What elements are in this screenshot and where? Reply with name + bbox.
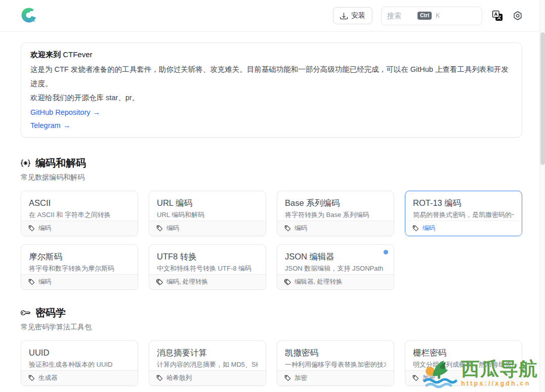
scrollbar-thumb[interactable] xyxy=(540,32,545,165)
welcome-card: 欢迎来到 CTFever 这是为 CTF 发烧者准备的的工具套件，助你过关斩将、… xyxy=(21,42,522,138)
tag-icon xyxy=(284,225,291,232)
github-repository-link[interactable]: GitHub Repository→ xyxy=(30,106,513,119)
tool-title: UUID xyxy=(29,347,130,358)
section-subtitle: 常见密码学算法工具包 xyxy=(21,323,522,332)
tool-title: ROT-13 编码 xyxy=(413,197,514,208)
tool-desc: 计算内容的消息摘要，如 MD5、SHA... xyxy=(157,360,258,369)
watermark-site-url: https://xgdh.cn xyxy=(461,380,538,387)
settings-gear-icon[interactable] xyxy=(513,11,523,21)
welcome-title: 欢迎来到 CTFever xyxy=(30,50,513,60)
scrollbar-track xyxy=(539,0,545,392)
tag-icon xyxy=(28,225,35,232)
tool-card-uuid[interactable]: UUID 验证和生成各种版本的 UUID 生成器 xyxy=(21,340,138,386)
welcome-paragraph-1: 这是为 CTF 发烧者准备的的工具套件，助你过关斩将、攻克难关。目前基础功能和一… xyxy=(30,62,513,91)
tag-icon xyxy=(412,375,419,381)
tool-card-base-series[interactable]: Base 系列编码 将字符转换为 Base 系列编码 编码 xyxy=(277,191,394,236)
kbd-k-label: K xyxy=(436,12,440,19)
tool-desc: 验证和生成各种版本的 UUID xyxy=(29,360,130,369)
tag-icon xyxy=(156,375,163,381)
tool-title: JSON 编辑器 xyxy=(285,251,386,262)
tag-icon xyxy=(156,225,163,232)
tool-desc: 在 ASCII 和 字符串之间转换 xyxy=(29,210,130,220)
link-label: Telegram xyxy=(30,121,61,129)
new-feature-dot-badge xyxy=(384,250,388,254)
tool-card-ascii[interactable]: ASCII 在 ASCII 和 字符串之间转换 编码 xyxy=(21,191,138,236)
tool-tags: 编码 xyxy=(166,224,179,233)
key-icon xyxy=(21,308,30,318)
welcome-title-appname: CTFever xyxy=(63,50,92,59)
tag-icon xyxy=(28,279,35,285)
watermark: 西瓜导航 https://xgdh.cn xyxy=(421,355,538,392)
page: 安装 Ctrl K 欢迎来到 CTFever 这是为 CTF 发烧者准备的的工具… xyxy=(0,0,545,392)
section-title-text: 密码学 xyxy=(35,306,66,320)
welcome-paragraph-2: 欢迎给我们的开源仓库 star、pr。 xyxy=(30,91,513,105)
tool-title: URL 编码 xyxy=(157,197,258,208)
tool-desc: JSON 数据编辑，支持 JSONPath xyxy=(285,264,386,273)
download-icon xyxy=(340,12,348,20)
install-button[interactable]: 安装 xyxy=(333,7,372,24)
tool-footer: 编辑器, 处理转换 xyxy=(277,274,394,289)
tool-title: 凯撒密码 xyxy=(285,347,386,358)
tag-icon xyxy=(284,375,291,381)
tool-footer: 编码 xyxy=(21,221,138,236)
tool-card-url-encode[interactable]: URL 编码 URL 编码和解码 编码 xyxy=(149,191,266,236)
tool-tags: 加密 xyxy=(295,374,307,382)
tool-desc: 将字符转换为 Base 系列编码 xyxy=(285,210,386,220)
section-subtitle: 常见数据编码和解码 xyxy=(21,173,522,182)
tool-card-message-digest[interactable]: 消息摘要计算 计算内容的消息摘要，如 MD5、SHA... 哈希散列 xyxy=(149,340,266,386)
telegram-link[interactable]: Telegram→ xyxy=(30,119,513,132)
tool-title: ASCII xyxy=(29,197,130,208)
tool-tags: 编码 xyxy=(38,224,51,233)
tool-footer: 加密 xyxy=(277,370,394,385)
tool-title: 摩尔斯码 xyxy=(29,251,130,262)
arrow-right-icon: → xyxy=(93,108,100,116)
watermelon-island-logo-icon xyxy=(421,355,458,392)
arrow-right-icon: → xyxy=(63,121,71,129)
tool-card-rot13[interactable]: ROT-13 编码 简易的替换式密码，是凯撒密码的一... 编码 xyxy=(405,191,522,236)
braces-asterisk-icon xyxy=(21,158,30,168)
tool-desc: 一种利用偏移字母表替换加密的技术 xyxy=(285,360,386,369)
tool-tags: 编辑器, 处理转换 xyxy=(295,278,342,286)
install-label: 安装 xyxy=(351,11,365,20)
tool-footer: 编码 xyxy=(405,221,522,236)
tool-footer: 编码 xyxy=(21,274,138,289)
tool-card-morse[interactable]: 摩尔斯码 将字母和数字转换为摩尔斯码 编码 xyxy=(21,244,138,290)
tags-icon xyxy=(284,279,291,285)
translate-icon[interactable] xyxy=(492,11,502,21)
tags-icon xyxy=(156,279,163,285)
tag-icon xyxy=(28,375,35,381)
tool-desc: 将字母和数字转换为摩尔斯码 xyxy=(29,264,130,273)
tag-icon xyxy=(412,225,419,232)
tool-footer: 生成器 xyxy=(21,370,138,385)
tool-title: UTF8 转换 xyxy=(157,251,258,262)
watermark-site-name: 西瓜导航 xyxy=(461,360,538,378)
tool-footer: 编码, 处理转换 xyxy=(149,274,266,289)
welcome-links: GitHub Repository→ Telegram→ xyxy=(30,106,513,132)
search-input[interactable] xyxy=(387,12,413,20)
tool-title: 消息摘要计算 xyxy=(157,347,258,358)
tool-tags: 编码 xyxy=(38,278,51,286)
tool-tags: 编码, 处理转换 xyxy=(166,278,208,286)
watermark-text: 西瓜导航 https://xgdh.cn xyxy=(461,360,538,387)
tool-card-utf8[interactable]: UTF8 转换 中文和特殊符号转换 UTF-8 编码 编码, 处理转换 xyxy=(149,244,266,290)
kbd-ctrl-badge: Ctrl xyxy=(417,12,432,20)
section-encoding: 编码和解码 常见数据编码和解码 ASCII 在 ASCII 和 字符串之间转换 … xyxy=(21,156,522,290)
tool-desc: URL 编码和解码 xyxy=(157,210,258,220)
top-navbar: 安装 Ctrl K xyxy=(0,0,545,32)
tool-desc: 中文和特殊符号转换 UTF-8 编码 xyxy=(157,264,258,273)
welcome-title-prefix: 欢迎来到 xyxy=(30,50,61,59)
tools-grid-encoding: ASCII 在 ASCII 和 字符串之间转换 编码 URL 编码 URL 编码… xyxy=(21,191,522,290)
ctfever-logo-icon[interactable] xyxy=(21,8,37,24)
tool-card-caesar[interactable]: 凯撒密码 一种利用偏移字母表替换加密的技术 加密 xyxy=(277,340,394,386)
tool-card-json-editor[interactable]: JSON 编辑器 JSON 数据编辑，支持 JSONPath 编辑器, 处理转换 xyxy=(277,244,394,290)
tool-footer: 编码 xyxy=(149,221,266,236)
link-label: GitHub Repository xyxy=(30,108,90,116)
main-content: 欢迎来到 CTFever 这是为 CTF 发烧者准备的的工具套件，助你过关斩将、… xyxy=(0,32,545,392)
tool-footer: 编码 xyxy=(277,221,394,236)
tool-tags: 生成器 xyxy=(38,374,58,382)
section-title-text: 编码和解码 xyxy=(35,156,86,170)
tool-desc: 简易的替换式密码，是凯撒密码的一... xyxy=(413,210,514,220)
search-box[interactable]: Ctrl K xyxy=(381,7,482,25)
tool-tags: 编码 xyxy=(295,224,307,233)
tool-footer: 哈希散列 xyxy=(149,370,266,385)
